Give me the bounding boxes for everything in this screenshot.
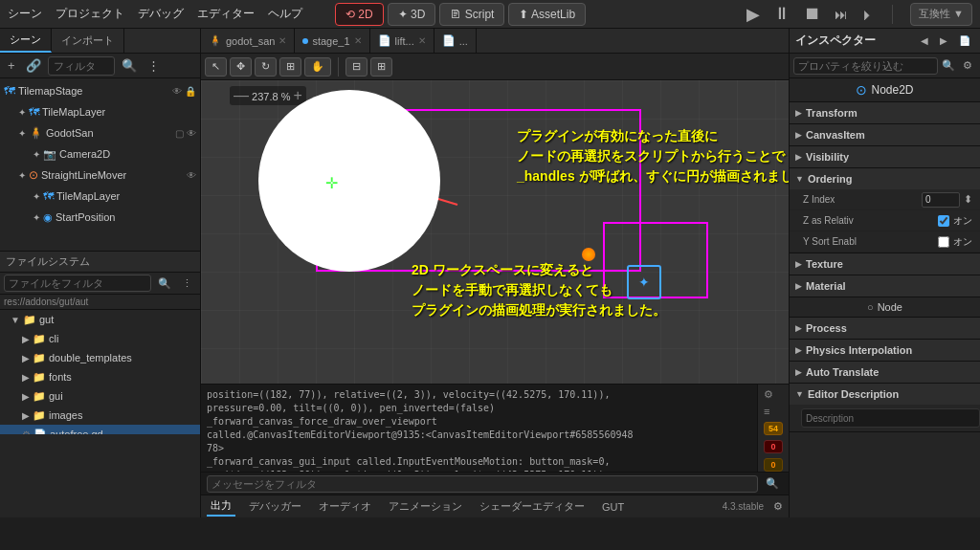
vp-select-btn[interactable]: ↖ — [205, 57, 227, 77]
menu-project[interactable]: プロジェクト — [56, 6, 124, 22]
section-editordesc-header[interactable]: ▼ Editor Description — [790, 384, 980, 405]
vp-pan-btn[interactable]: ✋ — [304, 57, 331, 77]
filesystem-tree: ▼ 📁 gut ▶ 📁 cli ▶ 📁 double_templates — [0, 310, 200, 434]
section-material-header[interactable]: ▶ Material — [790, 275, 980, 297]
z-index-input[interactable] — [922, 192, 960, 208]
section-physics-interp: ▶ Physics Interpolation — [790, 340, 980, 362]
vp-rotate-btn[interactable]: ↻ — [255, 57, 277, 77]
fs-item-autofree[interactable]: ⚙ 📄 autofree.gd — [0, 425, 200, 434]
inspector-settings-icon[interactable]: ⚙ — [959, 57, 976, 74]
section-visibility-header[interactable]: ▶ Visibility — [790, 146, 980, 167]
section-auto-translate: ▶ Auto Translate — [790, 362, 980, 384]
y-sort-checkbox[interactable] — [938, 236, 949, 248]
mode-3d-button[interactable]: ✦ 3D — [388, 3, 436, 26]
tree-item-tilemaplayer2[interactable]: ✦ 🗺 TileMapLayer — [0, 186, 200, 207]
menu-bar: シーン プロジェクト デバッグ エディター ヘルプ ⟲ 2D ✦ 3D 🖹 Sc… — [0, 0, 980, 29]
tab-scene[interactable]: シーン — [0, 29, 52, 53]
inspector-forward-button[interactable]: ▶ — [936, 33, 951, 48]
fs-item-gui[interactable]: ▶ 📁 gui — [0, 386, 200, 406]
inspector-doc-button[interactable]: 📄 — [955, 33, 974, 48]
console-tab-audio[interactable]: オーディオ — [315, 497, 375, 516]
console-filter-input[interactable] — [207, 475, 758, 493]
fs-item-double-templates[interactable]: ▶ 📁 double_templates — [0, 348, 200, 367]
script-button[interactable]: 🖹 Script — [439, 3, 504, 26]
section-editor-desc: ▼ Editor Description — [790, 384, 980, 432]
viewport-canvas[interactable]: — 237.8 % + ✛ プラグインが有効になった直後に — [201, 80, 789, 384]
section-transform-header[interactable]: ▶ Transform — [790, 102, 980, 123]
visibility-toggle-tilemapstage[interactable]: 👁 — [172, 86, 182, 97]
scene-filter-input[interactable] — [48, 56, 115, 76]
console-settings-icon[interactable]: ⚙ — [773, 500, 783, 513]
console-tab-animation[interactable]: アニメーション — [385, 497, 466, 516]
description-input[interactable] — [801, 408, 980, 428]
mode-2d-button[interactable]: ⟲ 2D — [335, 3, 384, 26]
section-texture: ▶ Texture — [790, 253, 980, 275]
scene-tree: 🗺 TilemapStage 👁 🔒 ✦ 🗺 TileMapLayer ✦ 🧍 … — [0, 78, 200, 251]
console-search-icon[interactable]: 🔍 — [762, 475, 783, 492]
section-autotranslate-header[interactable]: ▶ Auto Translate — [790, 362, 980, 383]
tree-item-tilemapstage[interactable]: 🗺 TilemapStage 👁 🔒 — [0, 80, 200, 101]
process-title: Process — [806, 322, 847, 334]
tab-more[interactable]: 📄... — [434, 29, 477, 53]
link-button[interactable]: 🔗 — [22, 56, 45, 75]
prop-z-index: Z Index ⬍ — [790, 189, 980, 210]
vp-snap-btn[interactable]: ⊞ — [370, 57, 392, 77]
console-tab-shader[interactable]: シェーダーエディター — [476, 497, 589, 516]
add-node-button[interactable]: + — [4, 56, 19, 75]
node-subtype-label: Node — [878, 301, 902, 313]
scene-options-button[interactable]: ⋮ — [144, 56, 164, 75]
autotranslate-title: Auto Translate — [806, 366, 879, 378]
tree-item-startposition[interactable]: ✦ ◉ StartPosition — [0, 207, 200, 228]
console-tab-output[interactable]: 出力 — [207, 496, 235, 517]
vp-grid-btn[interactable]: ⊟ — [345, 57, 368, 77]
tab-godot-san[interactable]: 🧍godot_san✕ — [201, 29, 295, 53]
z-index-spinner[interactable]: ⬍ — [964, 193, 972, 206]
lock-toggle-tilemapstage[interactable]: 🔒 — [185, 86, 196, 97]
tree-item-camera2d[interactable]: ✦ 📷 Camera2D — [0, 143, 200, 165]
badge-warning: 54 — [764, 422, 783, 435]
inspector-back-button[interactable]: ◀ — [917, 33, 932, 48]
tree-item-godotsan[interactable]: ✦ 🧍 GodotSan ▢ 👁 — [0, 122, 200, 143]
remote-button[interactable]: ⏵ — [861, 7, 875, 22]
filesystem-options-button[interactable]: ⋮ — [178, 275, 196, 292]
section-process-header[interactable]: ▶ Process — [790, 318, 980, 339]
tree-item-straightlinemover[interactable]: ✦ ⊙ StraightLineMover 👁 — [0, 165, 200, 186]
stop-button[interactable]: ⏹ — [804, 4, 821, 24]
compat-button[interactable]: 互換性 ▼ — [910, 3, 972, 26]
section-canvasitem-header[interactable]: ▶ CanvasItem — [790, 124, 980, 145]
tab-stage1[interactable]: stage_1✕ — [295, 29, 369, 53]
inspector-filter-icon[interactable]: 🔍 — [938, 57, 959, 74]
version-label: 4.3.stable — [723, 501, 764, 512]
vp-scale-btn[interactable]: ⊞ — [279, 57, 301, 77]
play-button[interactable]: ▶ — [746, 4, 760, 25]
indicator-icon-1: ⚙ — [764, 388, 773, 401]
menu-scene[interactable]: シーン — [8, 6, 42, 22]
tree-item-tilemaplayer1[interactable]: ✦ 🗺 TileMapLayer — [0, 101, 200, 122]
menu-debug[interactable]: デバッグ — [138, 6, 184, 22]
pause-button[interactable]: ⏸ — [773, 4, 791, 24]
filesystem-filter-input[interactable] — [4, 275, 151, 292]
fs-item-fonts[interactable]: ▶ 📁 fonts — [0, 367, 200, 386]
tab-import[interactable]: インポート — [52, 29, 124, 53]
console-tab-debugger[interactable]: デバッガー — [245, 497, 305, 516]
visibility-toggle-slm[interactable]: 👁 — [187, 170, 196, 181]
section-physics-header[interactable]: ▶ Physics Interpolation — [790, 340, 980, 361]
vp-move-btn[interactable]: ✥ — [230, 57, 252, 77]
menu-help[interactable]: ヘルプ — [268, 6, 302, 22]
fs-item-gut[interactable]: ▼ 📁 gut — [0, 310, 200, 329]
z-relative-checkbox[interactable] — [938, 215, 949, 227]
assetlib-button[interactable]: ⬆ AssetLib — [508, 3, 586, 26]
section-ordering-header[interactable]: ▼ Ordering — [790, 168, 980, 189]
visibility-toggle-godotsan[interactable]: 👁 — [187, 128, 196, 139]
inspector-filter-input[interactable] — [793, 57, 938, 75]
tab-lift[interactable]: 📄lift...✕ — [370, 29, 434, 53]
section-texture-header[interactable]: ▶ Texture — [790, 253, 980, 275]
fs-item-cli[interactable]: ▶ 📁 cli — [0, 329, 200, 348]
fs-item-images[interactable]: ▶ 📁 images — [0, 406, 200, 425]
filesystem-filter-icon[interactable]: 🔍 — [154, 275, 175, 292]
step-button[interactable]: ⏭ — [835, 7, 848, 22]
node2d-label: Node2D — [871, 83, 913, 97]
inspector-title: インスペクター — [795, 33, 913, 49]
console-tab-gut[interactable]: GUT — [598, 499, 628, 515]
menu-editor[interactable]: エディター — [197, 6, 255, 22]
